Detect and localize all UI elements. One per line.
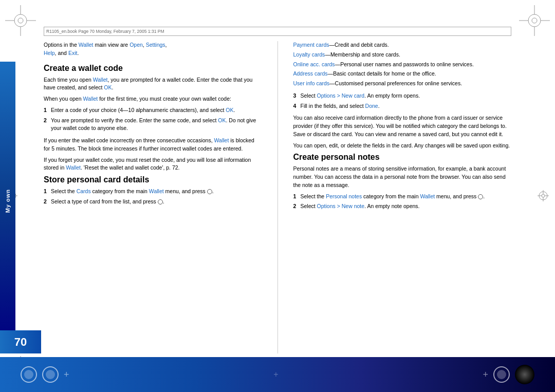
section3-step1: 1Select the Personal notes category from… bbox=[293, 193, 512, 201]
wallet-link-5: Wallet bbox=[149, 188, 164, 194]
corner-tl bbox=[5, 5, 36, 36]
section3-title: Create personal notes bbox=[293, 153, 512, 162]
wallet-link-4: Wallet bbox=[66, 164, 81, 171]
cards-link: Cards bbox=[77, 188, 91, 194]
column-divider bbox=[278, 41, 278, 353]
loyalty-cards: Loyalty cards—Membership and store cards… bbox=[293, 51, 512, 59]
section1-para3: If you enter the wallet code incorrectly… bbox=[44, 137, 262, 153]
footer-circle-2-inner bbox=[46, 370, 55, 379]
select-button-icon-2 bbox=[158, 199, 163, 204]
intro-line: Options in the Wallet main view are Open… bbox=[44, 41, 262, 58]
main-content: Options in the Wallet main view are Open… bbox=[44, 41, 511, 353]
section2-step2: 2Select a type of card from the list, an… bbox=[44, 198, 262, 206]
footer-cross-right: + bbox=[483, 369, 488, 380]
right-step3: 3Select Options > New card. An empty for… bbox=[293, 92, 512, 100]
reg-mark-mid-right bbox=[538, 190, 549, 202]
open-link: Open bbox=[130, 42, 143, 48]
footer-left-deco: + bbox=[21, 366, 69, 383]
card-types-list: Payment cards—Credit and debit cards. Lo… bbox=[293, 41, 512, 88]
intro-text-1: Options in the bbox=[44, 42, 79, 48]
section1-steps: 1Enter a code of your choice (4—10 alpha… bbox=[44, 106, 262, 133]
address-cards-link: Address cards bbox=[293, 70, 328, 77]
select-button-icon-1 bbox=[207, 189, 212, 194]
section2-steps: 1Select the Cards category from the main… bbox=[44, 188, 262, 206]
right-para2: You can open, edit, or delete the fields… bbox=[293, 142, 512, 150]
payment-cards: Payment cards—Credit and debit cards. bbox=[293, 41, 512, 49]
footer-circle-1 bbox=[21, 366, 37, 383]
section3-steps: 1Select the Personal notes category from… bbox=[293, 193, 512, 211]
wallet-link-2: Wallet bbox=[83, 96, 98, 102]
right-step4: 4Fill in the fields, and select Done. bbox=[293, 102, 512, 110]
ok-link-2: OK bbox=[226, 107, 233, 113]
footer-strip: + + + bbox=[0, 357, 555, 392]
user-info-cards: User info cards—Customised personal pref… bbox=[293, 80, 512, 88]
svg-point-27 bbox=[542, 194, 545, 197]
header-bar: R1105_en.book Page 70 Monday, February 7… bbox=[44, 27, 511, 36]
svg-point-0 bbox=[14, 14, 27, 27]
loyalty-cards-link: Loyalty cards bbox=[293, 51, 325, 58]
exit-link: Exit bbox=[68, 50, 78, 56]
right-para1: You can also receive card information di… bbox=[293, 114, 512, 138]
online-acc-cards: Online acc. cards—Personal user names an… bbox=[293, 61, 512, 69]
help-link: Help bbox=[44, 50, 55, 56]
footer-circle-1-inner bbox=[24, 370, 33, 379]
wallet-link-intro: Wallet bbox=[79, 42, 94, 48]
page-frame: R1105_en.book Page 70 Monday, February 7… bbox=[0, 0, 555, 392]
page-number-box: 70 bbox=[0, 330, 41, 353]
footer-right-deco: + bbox=[483, 365, 534, 384]
svg-point-6 bbox=[528, 14, 541, 27]
personal-notes-link: Personal notes bbox=[326, 193, 362, 199]
wallet-link-6: Wallet bbox=[420, 193, 435, 199]
ok-link-3: OK bbox=[218, 117, 226, 123]
intro-text-2: main view are bbox=[94, 42, 130, 48]
settings-link: Settings bbox=[146, 42, 165, 48]
footer-circle-3-inner bbox=[497, 370, 506, 379]
footer-cross-left: + bbox=[64, 369, 69, 380]
address-cards: Address cards—Basic contact details for … bbox=[293, 70, 512, 78]
section1-title: Create a wallet code bbox=[44, 64, 262, 73]
wallet-link-3: Wallet bbox=[214, 137, 229, 143]
select-button-icon-3 bbox=[478, 194, 483, 199]
svg-point-1 bbox=[18, 18, 23, 23]
section1-para2: When you open Wallet for the first time,… bbox=[44, 95, 262, 103]
wallet-link-1: Wallet bbox=[93, 77, 108, 83]
section3-para1: Personal notes are a means of storing se… bbox=[293, 165, 512, 189]
section2-step1: 1Select the Cards category from the main… bbox=[44, 188, 262, 196]
section1-para4: If you forget your wallet code, you must… bbox=[44, 156, 262, 173]
page-number: 70 bbox=[14, 335, 27, 349]
intro-text-6: . bbox=[77, 50, 79, 56]
user-info-link: User info cards bbox=[293, 80, 330, 86]
intro-text-5: , and bbox=[55, 50, 68, 56]
online-acc-link: Online acc. cards bbox=[293, 61, 335, 67]
done-link: Done bbox=[365, 103, 378, 109]
section1-para1: Each time you open Wallet, you are promp… bbox=[44, 76, 262, 92]
payment-cards-link: Payment cards bbox=[293, 42, 329, 48]
side-tab-label: My own bbox=[5, 189, 11, 213]
section2-title: Store personal card details bbox=[44, 175, 262, 184]
options-new-note-link: Options > New note bbox=[317, 203, 365, 209]
footer-circle-2 bbox=[42, 366, 59, 383]
footer-circle-3 bbox=[493, 366, 510, 383]
footer-cross-center: + bbox=[273, 370, 278, 379]
left-column: Options in the Wallet main view are Open… bbox=[44, 41, 267, 353]
options-new-card-link: Options > New card bbox=[317, 92, 365, 99]
right-column: Payment cards—Credit and debit cards. Lo… bbox=[288, 41, 512, 353]
section1-step2: 2You are prompted to verify the code. En… bbox=[44, 117, 262, 133]
section3-step2: 2Select Options > New note. An empty not… bbox=[293, 202, 512, 211]
ok-link-1: OK bbox=[104, 84, 112, 90]
corner-tr bbox=[519, 5, 550, 36]
section1-step1: 1Enter a code of your choice (4—10 alpha… bbox=[44, 106, 262, 115]
footer-inner: + + + bbox=[0, 357, 555, 392]
right-steps-3-4: 3Select Options > New card. An empty for… bbox=[293, 92, 512, 110]
header-text: R1105_en.book Page 70 Monday, February 7… bbox=[46, 29, 164, 34]
side-tab: My own bbox=[0, 62, 15, 341]
footer-circle-dark bbox=[515, 365, 534, 384]
intro-text-4: , bbox=[165, 42, 167, 48]
svg-point-7 bbox=[532, 18, 537, 23]
